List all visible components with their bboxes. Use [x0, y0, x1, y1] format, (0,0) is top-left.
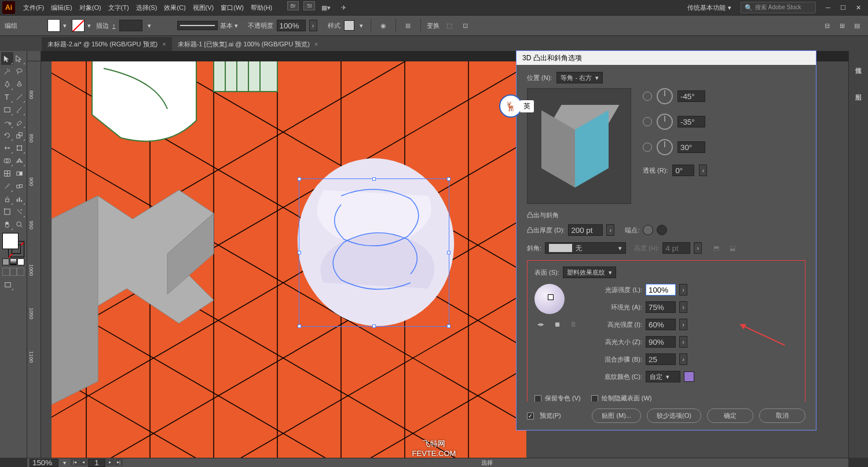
document-tab-2[interactable]: 未标题-1 [已恢复].ai @ 100% (RGB/GPU 预览) × [172, 37, 324, 51]
menu-window[interactable]: 窗口(W) [217, 1, 247, 14]
gpu-icon[interactable]: ✈ [337, 1, 350, 14]
stroke-profile-preview[interactable] [177, 21, 218, 30]
free-transform-tool[interactable] [13, 141, 25, 154]
rotate-tool[interactable] [1, 129, 13, 141]
stroke-dropdown[interactable]: ▾ [86, 22, 93, 30]
artboard-number-input[interactable] [88, 459, 105, 467]
stroke-width-dropdown[interactable]: ▾ [146, 22, 153, 30]
highlight-size-stepper[interactable]: › [679, 336, 687, 348]
workspace-switcher[interactable]: 传统基本功能 ▾ [683, 2, 736, 13]
draw-behind[interactable] [10, 268, 17, 276]
menu-view[interactable]: 视图(V) [189, 1, 218, 14]
ambient-stepper[interactable]: › [679, 301, 687, 313]
eraser-tool[interactable] [13, 116, 25, 129]
perspective-stepper[interactable]: › [699, 165, 707, 176]
fill-stroke-display[interactable] [1, 233, 25, 257]
shading-color-select[interactable]: 自定 ▾ [646, 371, 680, 382]
map-art-button[interactable]: 贴图 (M)... [592, 408, 641, 423]
tab-close-icon[interactable]: × [314, 41, 318, 48]
curvature-tool[interactable] [13, 78, 25, 90]
menu-type[interactable]: 文字(T) [105, 1, 133, 14]
last-artboard-button[interactable]: ▸| [115, 459, 123, 466]
style-swatch[interactable] [344, 20, 354, 31]
ime-indicator[interactable]: 🦌 英 [499, 94, 534, 118]
menu-help[interactable]: 帮助(H) [247, 1, 276, 14]
draw-inside[interactable] [17, 268, 24, 276]
maximize-button[interactable]: ☐ [836, 2, 851, 13]
light-intensity-input[interactable] [646, 284, 676, 295]
width-tool[interactable] [1, 141, 13, 154]
magic-wand-tool[interactable] [1, 65, 13, 78]
lasso-tool[interactable] [13, 65, 25, 78]
search-stock-input[interactable]: 🔍 搜索 Adobe Stock [741, 2, 816, 13]
transform-envelope-icon[interactable]: ⬚ [443, 19, 456, 32]
fewer-options-button[interactable]: 较少选项(O) [647, 408, 701, 423]
shaper-tool[interactable] [1, 116, 13, 129]
light-intensity-stepper[interactable]: › [679, 284, 687, 295]
type-tool[interactable]: T [1, 90, 13, 103]
stock-icon[interactable]: St [303, 1, 315, 10]
mesh-tool[interactable] [1, 167, 13, 180]
highlight-size-input[interactable] [646, 336, 676, 348]
transform-mesh-icon[interactable]: ⊡ [459, 19, 472, 32]
hand-tool[interactable] [1, 218, 13, 231]
blend-tool[interactable] [13, 180, 25, 192]
light-sphere-preview[interactable] [534, 284, 565, 314]
next-artboard-button[interactable]: ▸ [106, 459, 114, 466]
fill-dropdown[interactable]: ▾ [61, 22, 68, 30]
light-position-handle[interactable] [548, 294, 554, 300]
ok-button[interactable]: 确定 [707, 408, 753, 423]
preview-checkbox[interactable] [527, 413, 534, 419]
menu-effect[interactable]: 效果(C) [160, 1, 189, 14]
rotate-z-input[interactable] [677, 141, 705, 153]
height-input[interactable] [662, 242, 690, 254]
selection-tool[interactable] [1, 52, 13, 65]
eyedropper-tool[interactable] [1, 180, 13, 192]
ruler-vertical[interactable]: 800 850 900 950 1000 1050 1100 [27, 61, 41, 458]
pen-tool[interactable] [1, 78, 13, 90]
minimize-button[interactable]: ─ [821, 2, 836, 13]
draw-hidden-checkbox[interactable] [591, 395, 598, 402]
new-light-icon[interactable]: ◼ [551, 318, 563, 330]
document-tab-1[interactable]: 未标题-2.ai* @ 150% (RGB/GPU 预览) × [42, 37, 172, 51]
selection-handle-ne[interactable] [447, 177, 451, 181]
direct-selection-tool[interactable] [13, 52, 25, 65]
first-artboard-button[interactable]: |◂ [71, 459, 79, 466]
selection-handle-e[interactable] [447, 251, 451, 254]
color-mode-none[interactable] [17, 258, 24, 265]
selection-bounding-box[interactable] [299, 178, 449, 327]
bridge-icon[interactable]: Br [287, 1, 299, 10]
depth-input[interactable] [568, 224, 603, 236]
artboard-tool[interactable] [1, 205, 13, 218]
menu-file[interactable]: 文件(F) [20, 1, 47, 14]
shape-builder-tool[interactable] [1, 154, 13, 167]
ruler-origin[interactable] [27, 51, 41, 61]
gradient-tool[interactable] [13, 167, 25, 180]
tab-close-icon[interactable]: × [162, 41, 166, 48]
highlight-intensity-input[interactable] [646, 319, 676, 330]
delete-light-icon[interactable]: 🗑 [567, 318, 580, 330]
prev-artboard-button[interactable]: ◂ [79, 459, 87, 466]
paintbrush-tool[interactable] [13, 103, 25, 116]
opacity-stepper[interactable]: › [309, 20, 317, 31]
panel-toggle-1[interactable]: ⊟ [821, 19, 833, 32]
menu-select[interactable]: 选择(S) [133, 1, 161, 14]
selection-handle-sw[interactable] [298, 324, 301, 328]
ambient-input[interactable] [646, 301, 676, 313]
preserve-spot-checkbox[interactable] [534, 395, 541, 402]
fill-color[interactable] [2, 233, 19, 249]
rotate-x-input[interactable] [677, 90, 705, 102]
cancel-button[interactable]: 取消 [759, 408, 805, 423]
perspective-grid-tool[interactable] [13, 154, 25, 167]
rotate-x-dial[interactable] [657, 88, 673, 104]
zoom-input[interactable] [30, 459, 58, 467]
stroke-link-icon[interactable]: ↕ [112, 22, 116, 29]
menu-object[interactable]: 对象(O) [76, 1, 105, 14]
position-select[interactable]: 等角 - 右方 ▾ [556, 72, 603, 83]
cap-on-button[interactable] [643, 225, 653, 235]
bevel-select[interactable]: 无 ▾ [545, 242, 626, 254]
move-light-back-icon[interactable]: ◂▸ [534, 318, 547, 330]
surface-select[interactable]: 塑料效果底纹 ▾ [563, 267, 616, 278]
bevel-out-icon[interactable]: ⬓ [726, 242, 739, 254]
arrange-icon[interactable]: ▦▾ [320, 1, 332, 14]
